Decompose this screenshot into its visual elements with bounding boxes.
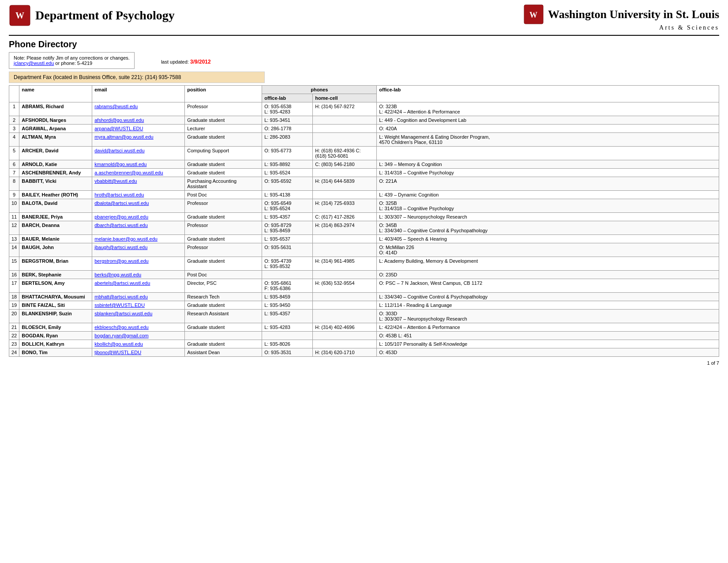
svg-text:W: W: [529, 11, 537, 19]
row-phones: [262, 271, 313, 279]
row-number: 24: [9, 348, 19, 357]
row-email[interactable]: dbarch@artsci.wustl.edu: [92, 221, 185, 235]
row-email[interactable]: david@artsci.wustl.edu: [92, 147, 185, 160]
row-number: 23: [9, 340, 19, 348]
row-email[interactable]: arpana@WUSTL.EDU: [92, 125, 185, 133]
row-email[interactable]: rabrams@wustl.edu: [92, 102, 185, 116]
row-name: BAUER, Melanie: [19, 235, 92, 243]
row-office-lab: L: 314/318 – Cognitive Psychology: [377, 169, 719, 177]
row-name: BARCH, Deanna: [19, 221, 92, 235]
row-email[interactable]: bergstrom@go.wustl.edu: [92, 257, 185, 271]
table-row: 6ARNOLD, Katiekmarnold@go.wustl.eduGradu…: [9, 160, 719, 169]
table-row: 21BLOESCH, Emilyekbloesch@go.wustl.eduGr…: [9, 323, 719, 332]
row-office-lab: L: 112/114 - Reading & Language: [377, 301, 719, 310]
row-home-cell: [313, 310, 377, 323]
row-phones: O: 935-5631: [262, 243, 313, 257]
row-home-cell: [313, 116, 377, 125]
row-name: BONO, Tim: [19, 348, 92, 357]
table-row: 17BERTELSON, Amyabertels@artsci.wustl.ed…: [9, 279, 719, 293]
row-number: 11: [9, 213, 19, 221]
row-phones: L: 935-8026: [262, 340, 313, 348]
row-phones: O: 286-1778: [262, 125, 313, 133]
row-email[interactable]: kbollich@go.wustl.edu: [92, 340, 185, 348]
row-email[interactable]: pbanerjee@go.wustl.edu: [92, 213, 185, 221]
col-num-header: [9, 86, 19, 102]
row-name: BLANKENSHIP, Suzin: [19, 310, 92, 323]
row-office-lab: O: 345B L: 334/340 – Cognitive Control &…: [377, 221, 719, 235]
row-email[interactable]: dbalota@artsci.wustl.edu: [92, 199, 185, 213]
table-row: 4ALTMAN, Myramyra.altman@go.wustl.eduGra…: [9, 133, 719, 147]
row-email[interactable]: vbabbitt@wustl.edu: [92, 177, 185, 191]
row-number: 3: [9, 125, 19, 133]
row-email[interactable]: bogdan.ryan@gmail.com: [92, 332, 185, 340]
row-phones: L: 935-6524: [262, 169, 313, 177]
row-home-cell: [313, 133, 377, 147]
row-office-lab: O: 303D L: 303/307 – Neuropsychology Res…: [377, 310, 719, 323]
table-row: 1ABRAMS, Richardrabrams@wustl.eduProfess…: [9, 102, 719, 116]
row-number: 15: [9, 257, 19, 271]
row-number: 10: [9, 199, 19, 213]
notice-email[interactable]: jclancy@wustl.edu: [14, 60, 54, 66]
header-right: W Washington University in St. Louis Art…: [524, 4, 719, 31]
row-phones: O: 935-6549 L: 935-6524: [262, 199, 313, 213]
row-email[interactable]: mbhatt@artsci.wustl.edu: [92, 293, 185, 301]
row-name: BALOTA, David: [19, 199, 92, 213]
col-office-lab2-header: office-lab: [377, 86, 719, 102]
row-email[interactable]: ekbloesch@go.wustl.edu: [92, 323, 185, 332]
row-email[interactable]: myra.altman@go.wustl.edu: [92, 133, 185, 147]
row-email[interactable]: abertels@artsci.wustl.edu: [92, 279, 185, 293]
row-position: Post Doc: [185, 271, 262, 279]
row-email[interactable]: kmarnold@go.wustl.edu: [92, 160, 185, 169]
table-row: 19BINTE FAIZAL, Sitissbintef@WUSTL.EDUGr…: [9, 301, 719, 310]
row-name: ARNOLD, Katie: [19, 160, 92, 169]
row-home-cell: H: (314) 402-4696: [313, 323, 377, 332]
row-phones: L: 935-4283: [262, 323, 313, 332]
row-name: BERK, Stephanie: [19, 271, 92, 279]
row-number: 9: [9, 191, 19, 199]
row-home-cell: H: (314) 961-4985: [313, 257, 377, 271]
row-name: BAUGH, John: [19, 243, 92, 257]
col-name-header: name: [19, 86, 92, 102]
row-email[interactable]: sblanken@artsci.wustl.edu: [92, 310, 185, 323]
row-email[interactable]: afshordi@go.wustl.edu: [92, 116, 185, 125]
notice-contact: jclancy@wustl.edu or phone: 5-4219: [14, 60, 130, 66]
row-email[interactable]: berks@npg.wustl.edu: [92, 271, 185, 279]
last-updated: last updated: 3/9/2012: [161, 59, 211, 65]
row-phones: L: 935-8459: [262, 293, 313, 301]
col-home-cell-header: home-cell: [313, 94, 377, 102]
row-email[interactable]: jbaugh@artsci.wustl.edu: [92, 243, 185, 257]
row-office-lab: L: Academy Building, Memory & Developmen…: [377, 257, 719, 271]
table-row: 14BAUGH, Johnjbaugh@artsci.wustl.eduProf…: [9, 243, 719, 257]
col-email-header: email: [92, 86, 185, 102]
row-position: Graduate student: [185, 301, 262, 310]
row-home-cell: [313, 235, 377, 243]
row-name: BHATTACHARYA, Mousumi: [19, 293, 92, 301]
page-header: W Department of Psychology W Washington …: [9, 4, 719, 36]
row-home-cell: [313, 191, 377, 199]
table-row: 8BABBITT, Vickivbabbitt@wustl.eduPurchas…: [9, 177, 719, 191]
row-phones: L: 935-8892: [262, 160, 313, 169]
row-email[interactable]: ssbintef@WUSTL.EDU: [92, 301, 185, 310]
row-email[interactable]: melanie.bauer@go.wustl.edu: [92, 235, 185, 243]
row-number: 18: [9, 293, 19, 301]
directory-table: name email position phones office-lab of…: [9, 85, 719, 357]
wustl-bear-icon: W: [524, 4, 544, 24]
page-footer: 1 of 7: [9, 360, 719, 366]
row-number: 7: [9, 169, 19, 177]
row-number: 14: [9, 243, 19, 257]
row-number: 8: [9, 177, 19, 191]
row-name: ARCHER, David: [19, 147, 92, 160]
row-phones: O: 935-3531: [262, 348, 313, 357]
table-row: 22BOGDAN, Ryanbogdan.ryan@gmail.comO: 45…: [9, 332, 719, 340]
page-info: 1 of 7: [707, 360, 719, 366]
row-email[interactable]: hroth@artsci.wustl.edu: [92, 191, 185, 199]
notice-box: Note: Please notify Jim of any correctio…: [9, 52, 135, 69]
table-row: 23BOLLICH, Kathrynkbollich@go.wustl.eduG…: [9, 340, 719, 348]
fax-bar: Department Fax (located in Business Offi…: [9, 72, 265, 83]
row-email[interactable]: a.aschenbrenner@go.wustl.edu: [92, 169, 185, 177]
row-name: BABBITT, Vicki: [19, 177, 92, 191]
row-number: 1: [9, 102, 19, 116]
row-phones: [262, 332, 313, 340]
row-email[interactable]: tjbono@WUSTL.EDU: [92, 348, 185, 357]
row-office-lab: L: Weight Management & Eating Disorder P…: [377, 133, 719, 147]
